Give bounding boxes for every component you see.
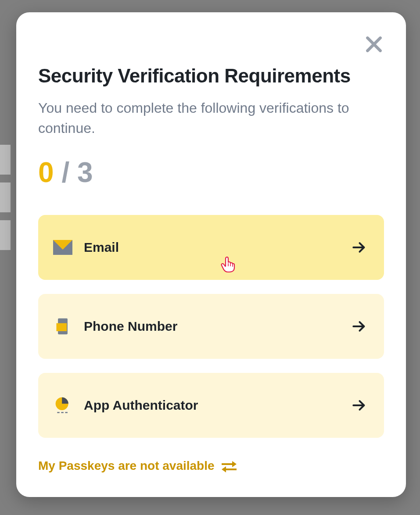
svg-marker-15	[222, 466, 237, 472]
background-sidebar-item	[0, 182, 11, 212]
modal-subtitle: You need to complete the following verif…	[38, 98, 384, 139]
phone-icon	[53, 317, 72, 336]
verification-method-list: Email Phone Number	[38, 215, 384, 438]
passkeys-link-text: My Passkeys are not available	[38, 459, 215, 473]
svg-marker-14	[222, 461, 237, 467]
email-icon	[53, 238, 72, 257]
authenticator-icon	[53, 396, 72, 415]
arrow-right-icon	[352, 240, 366, 255]
background-sidebar-item	[0, 220, 11, 250]
background-sidebar-item	[0, 145, 11, 175]
arrow-right-icon	[352, 398, 366, 413]
verification-method-phone[interactable]: Phone Number	[38, 294, 384, 359]
verification-method-authenticator[interactable]: App Authenticator	[38, 373, 384, 438]
passkeys-unavailable-link[interactable]: My Passkeys are not available	[38, 459, 384, 473]
progress-total: 3	[77, 157, 93, 188]
arrow-right-icon	[352, 319, 366, 334]
method-label: Phone Number	[84, 319, 352, 334]
security-verification-modal: Security Verification Requirements You n…	[16, 12, 406, 497]
swap-icon	[222, 459, 237, 472]
verification-method-email[interactable]: Email	[38, 215, 384, 280]
progress-counter: 0 / 3	[38, 156, 384, 189]
method-label: Email	[84, 240, 352, 255]
close-icon	[363, 33, 385, 55]
progress-separator: /	[54, 157, 77, 188]
method-label: App Authenticator	[84, 398, 352, 413]
background-sidebar	[0, 145, 11, 250]
close-button[interactable]	[363, 33, 385, 55]
modal-title: Security Verification Requirements	[38, 65, 384, 87]
progress-current: 0	[38, 157, 54, 188]
